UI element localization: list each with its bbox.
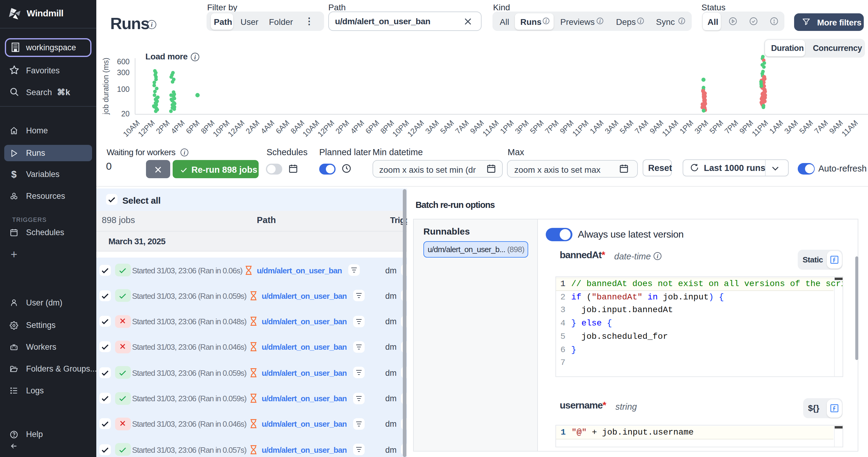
svg-text:10AM: 10AM: [301, 118, 321, 139]
svg-text:11AM: 11AM: [660, 118, 680, 138]
svg-text:7AM: 7AM: [454, 118, 470, 136]
svg-text:300: 300: [117, 68, 130, 77]
svg-text:3AM: 3AM: [424, 118, 440, 136]
svg-text:10PM: 10PM: [391, 118, 411, 139]
svg-text:6PM: 6PM: [184, 118, 201, 136]
svg-text:6AM: 6AM: [274, 118, 291, 136]
svg-text:3PM: 3PM: [693, 118, 710, 136]
svg-text:100: 100: [117, 85, 130, 93]
svg-text:5AM: 5AM: [438, 118, 456, 136]
svg-text:3AM: 3AM: [603, 118, 620, 136]
svg-text:12AM: 12AM: [226, 118, 246, 139]
svg-text:6PM: 6PM: [364, 118, 381, 136]
svg-text:7PM: 7PM: [543, 118, 560, 136]
svg-text:10PM: 10PM: [211, 118, 231, 139]
svg-text:2PM: 2PM: [334, 118, 351, 136]
svg-text:12AM: 12AM: [406, 118, 426, 139]
svg-text:5PM: 5PM: [708, 118, 725, 136]
svg-text:7PM: 7PM: [723, 118, 740, 136]
svg-text:2PM: 2PM: [154, 118, 171, 136]
svg-text:11AM: 11AM: [840, 118, 860, 138]
svg-text:5AM: 5AM: [798, 118, 814, 136]
svg-text:1AM: 1AM: [588, 118, 605, 136]
svg-text:600: 600: [117, 57, 130, 66]
svg-text:1PM: 1PM: [678, 118, 695, 136]
svg-text:2AM: 2AM: [244, 118, 261, 136]
svg-text:3AM: 3AM: [783, 118, 800, 136]
svg-text:12PM: 12PM: [316, 118, 336, 139]
svg-text:4PM: 4PM: [349, 118, 366, 136]
svg-text:11AM: 11AM: [480, 118, 500, 138]
svg-text:10AM: 10AM: [121, 118, 142, 139]
svg-text:12PM: 12PM: [136, 118, 156, 139]
svg-text:11PM: 11PM: [750, 118, 770, 138]
svg-text:7AM: 7AM: [813, 118, 830, 136]
svg-text:20: 20: [121, 109, 130, 118]
svg-text:3PM: 3PM: [513, 118, 530, 136]
svg-text:job duration (ms): job duration (ms): [101, 58, 110, 115]
svg-text:1AM: 1AM: [768, 118, 785, 136]
svg-text:11PM: 11PM: [570, 118, 590, 138]
svg-text:5AM: 5AM: [618, 118, 635, 136]
svg-text:4PM: 4PM: [169, 118, 186, 136]
svg-text:7AM: 7AM: [633, 118, 650, 136]
svg-text:4AM: 4AM: [259, 118, 276, 136]
svg-text:5PM: 5PM: [528, 118, 545, 136]
svg-text:1PM: 1PM: [498, 118, 515, 136]
